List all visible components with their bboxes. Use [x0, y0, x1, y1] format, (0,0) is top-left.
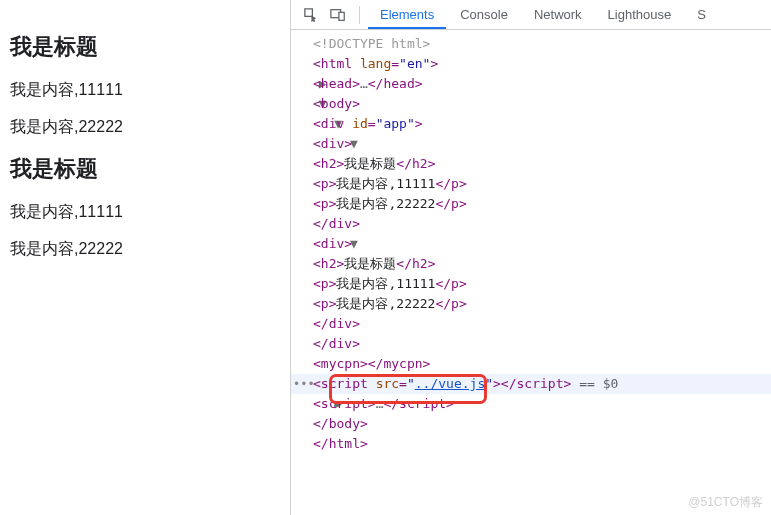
dom-html-open[interactable]: <html lang="en"> [291, 54, 771, 74]
dom-p[interactable]: <p>我是内容,22222</p> [291, 294, 771, 314]
paragraph: 我是内容,11111 [10, 202, 280, 223]
dom-doctype[interactable]: <!DOCTYPE html> [313, 36, 430, 51]
dom-div-open[interactable]: ▼<div> [291, 134, 771, 154]
dom-body-open[interactable]: ▼<body> [291, 94, 771, 114]
tab-console[interactable]: Console [448, 1, 520, 29]
dom-custom-element[interactable]: <mycpn></mycpn> [291, 354, 771, 374]
dom-app-close[interactable]: </div> [291, 334, 771, 354]
tab-more[interactable]: S [685, 1, 718, 29]
separator [359, 6, 360, 24]
heading: 我是标题 [10, 32, 280, 62]
dom-div-open[interactable]: ▼<div> [291, 234, 771, 254]
tab-network[interactable]: Network [522, 1, 594, 29]
devtools-toolbar: Elements Console Network Lighthouse S [291, 0, 771, 30]
watermark: @51CTO博客 [688, 494, 763, 511]
dom-head[interactable]: ▶<head>…</head> [291, 74, 771, 94]
elements-tree[interactable]: <!DOCTYPE html> <html lang="en"> ▶<head>… [291, 30, 771, 515]
paragraph: 我是内容,22222 [10, 239, 280, 260]
inspect-icon[interactable] [297, 2, 323, 28]
paragraph: 我是内容,22222 [10, 117, 280, 138]
dom-p[interactable]: <p>我是内容,11111</p> [291, 274, 771, 294]
device-toggle-icon[interactable] [325, 2, 351, 28]
breakpoint-gutter-icon[interactable]: ••• [293, 374, 315, 394]
devtools-panel: Elements Console Network Lighthouse S <!… [290, 0, 771, 515]
tab-lighthouse[interactable]: Lighthouse [596, 1, 684, 29]
dom-p[interactable]: <p>我是内容,11111</p> [291, 174, 771, 194]
svg-rect-1 [339, 12, 344, 20]
paragraph: 我是内容,11111 [10, 80, 280, 101]
dom-script-src[interactable]: ••• <script src="../vue.js"></script> ==… [291, 374, 771, 394]
dom-body-close[interactable]: </body> [291, 414, 771, 434]
heading: 我是标题 [10, 154, 280, 184]
dom-div-close[interactable]: </div> [291, 214, 771, 234]
dom-h2[interactable]: <h2>我是标题</h2> [291, 154, 771, 174]
dom-h2[interactable]: <h2>我是标题</h2> [291, 254, 771, 274]
dom-app-open[interactable]: ▼<div id="app"> [291, 114, 771, 134]
rendered-page: 我是标题 我是内容,11111 我是内容,22222 我是标题 我是内容,111… [0, 0, 290, 515]
dom-div-close[interactable]: </div> [291, 314, 771, 334]
tab-elements[interactable]: Elements [368, 1, 446, 29]
dom-script-collapsed[interactable]: ▶<script>…</script> [291, 394, 771, 414]
dom-html-close[interactable]: </html> [291, 434, 771, 454]
dom-p[interactable]: <p>我是内容,22222</p> [291, 194, 771, 214]
